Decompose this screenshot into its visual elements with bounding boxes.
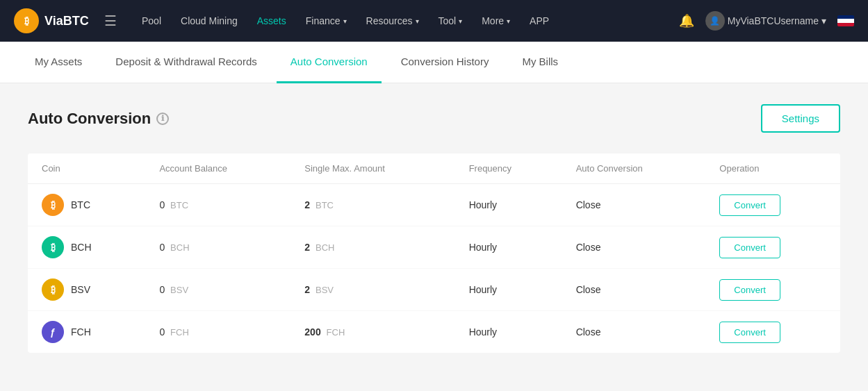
auto-conversion-cell: Close xyxy=(562,184,706,226)
language-flag-icon[interactable] xyxy=(837,15,854,26)
col-auto-conversion: Auto Conversion xyxy=(562,153,706,184)
max-amount-value: 200 xyxy=(304,326,320,338)
user-menu[interactable]: 👤 MyViaBTCUsername ▾ xyxy=(705,11,826,31)
navbar: ₿ ViaBTC ☰ Pool Cloud Mining Assets Fina… xyxy=(0,0,868,42)
nav-item-pool[interactable]: Pool xyxy=(133,10,170,32)
max-amount-value: 2 xyxy=(304,242,310,253)
auto-conversion-cell: Close xyxy=(562,311,706,353)
page-title: Auto Conversion ℹ xyxy=(28,110,169,128)
frequency-cell: Hourly xyxy=(455,311,562,353)
max-amount-unit: BTC xyxy=(316,200,334,210)
col-operation: Operation xyxy=(705,153,840,184)
col-frequency: Frequency xyxy=(455,153,562,184)
convert-button-fch[interactable]: Convert xyxy=(719,322,780,343)
balance-cell: 0 BSV xyxy=(145,269,290,311)
sub-nav-my-assets[interactable]: My Assets xyxy=(21,42,96,83)
frequency-cell: Hourly xyxy=(455,226,562,269)
nav-item-app[interactable]: APP xyxy=(521,10,557,32)
auto-conversion-cell: Close xyxy=(562,269,706,311)
coin-cell: ƒ FCH xyxy=(28,311,145,353)
sub-nav-my-bills[interactable]: My Bills xyxy=(508,42,572,83)
chevron-down-icon: ▾ xyxy=(821,15,826,26)
hamburger-icon[interactable]: ☰ xyxy=(104,13,117,29)
coin-cell: ₿ BTC xyxy=(28,184,145,226)
balance-unit: BTC xyxy=(170,200,188,210)
chevron-down-icon: ▾ xyxy=(507,17,510,25)
balance-amount: 0 xyxy=(159,284,165,295)
logo-text: ViaBTC xyxy=(44,14,89,28)
max-amount-cell: 2 BCH xyxy=(290,226,455,269)
table-header: Coin Account Balance Single Max. Amount … xyxy=(28,153,840,184)
sub-nav-auto-conversion[interactable]: Auto Conversion xyxy=(277,42,382,83)
balance-cell: 0 BCH xyxy=(145,226,290,269)
coin-icon-fch: ƒ xyxy=(42,321,64,343)
sub-nav-deposit-withdrawal[interactable]: Deposit & Withdrawal Records xyxy=(101,42,270,83)
coin-icon-bch: ₿ xyxy=(42,236,64,258)
max-amount-unit: BCH xyxy=(316,242,334,253)
max-amount-unit: BSV xyxy=(316,285,334,295)
nav-item-resources[interactable]: Resources ▾ xyxy=(358,10,427,32)
operation-cell: Convert xyxy=(705,184,840,226)
table-row: ₿ BTC 0 BTC 2 BTC Hourly Close Convert xyxy=(28,184,840,226)
max-amount-unit: FCH xyxy=(327,327,345,338)
col-single-max: Single Max. Amount xyxy=(290,153,455,184)
nav-item-tool[interactable]: Tool ▾ xyxy=(430,10,471,32)
nav-item-cloud-mining[interactable]: Cloud Mining xyxy=(172,10,246,32)
chevron-down-icon: ▾ xyxy=(459,17,462,25)
max-amount-cell: 2 BTC xyxy=(290,184,455,226)
max-amount-cell: 2 BSV xyxy=(290,269,455,311)
table-row: ₿ BCH 0 BCH 2 BCH Hourly Close Convert xyxy=(28,226,840,269)
table: Coin Account Balance Single Max. Amount … xyxy=(28,153,840,353)
page-content: Auto Conversion ℹ Settings Coin Account … xyxy=(0,83,868,391)
operation-cell: Convert xyxy=(705,269,840,311)
nav-item-assets[interactable]: Assets xyxy=(249,10,295,32)
convert-button-btc[interactable]: Convert xyxy=(719,194,780,216)
operation-cell: Convert xyxy=(705,226,840,269)
bell-icon[interactable]: 🔔 xyxy=(679,13,694,28)
logo-icon: ₿ xyxy=(14,8,39,33)
balance-unit: BCH xyxy=(170,242,189,253)
table-body: ₿ BTC 0 BTC 2 BTC Hourly Close Convert xyxy=(28,184,840,353)
frequency-cell: Hourly xyxy=(455,184,562,226)
coin-cell: ₿ BCH xyxy=(28,226,145,269)
auto-conversion-cell: Close xyxy=(562,226,706,269)
coin-label: FCH xyxy=(71,326,91,338)
coin-label: BTC xyxy=(71,199,90,210)
settings-button[interactable]: Settings xyxy=(761,104,840,133)
balance-amount: 0 xyxy=(159,326,165,338)
nav-item-finance[interactable]: Finance ▾ xyxy=(297,10,355,32)
coin-cell: ₿ BSV xyxy=(28,269,145,311)
conversion-table: Coin Account Balance Single Max. Amount … xyxy=(28,153,840,353)
nav-right: 🔔 👤 MyViaBTCUsername ▾ xyxy=(679,11,854,31)
balance-amount: 0 xyxy=(159,242,165,253)
chevron-down-icon: ▾ xyxy=(416,17,419,25)
table-row: ƒ FCH 0 FCH 200 FCH Hourly Close Convert xyxy=(28,311,840,353)
convert-button-bsv[interactable]: Convert xyxy=(719,279,780,301)
coin-icon-btc: ₿ xyxy=(42,194,64,216)
coin-label: BSV xyxy=(71,284,90,295)
max-amount-cell: 200 FCH xyxy=(290,311,455,353)
frequency-cell: Hourly xyxy=(455,269,562,311)
avatar: 👤 xyxy=(705,11,725,31)
balance-cell: 0 FCH xyxy=(145,311,290,353)
sub-nav: My Assets Deposit & Withdrawal Records A… xyxy=(0,42,868,83)
max-amount-value: 2 xyxy=(304,284,310,295)
operation-cell: Convert xyxy=(705,311,840,353)
logo[interactable]: ₿ ViaBTC xyxy=(14,8,90,33)
nav-item-more[interactable]: More ▾ xyxy=(473,10,518,32)
col-coin: Coin xyxy=(28,153,145,184)
balance-unit: FCH xyxy=(170,327,189,338)
username-label: MyViaBTCUsername xyxy=(728,15,819,26)
chevron-down-icon: ▾ xyxy=(343,17,347,25)
convert-button-bch[interactable]: Convert xyxy=(719,237,780,258)
balance-cell: 0 BTC xyxy=(145,184,290,226)
max-amount-value: 2 xyxy=(304,199,310,210)
table-row: ₿ BSV 0 BSV 2 BSV Hourly Close Convert xyxy=(28,269,840,311)
balance-amount: 0 xyxy=(159,199,165,210)
col-account-balance: Account Balance xyxy=(145,153,290,184)
sub-nav-conversion-history[interactable]: Conversion History xyxy=(387,42,503,83)
info-icon[interactable]: ℹ xyxy=(156,113,169,125)
coin-icon-bsv: ₿ xyxy=(42,278,64,301)
nav-links: Pool Cloud Mining Assets Finance ▾ Resou… xyxy=(133,10,665,32)
coin-label: BCH xyxy=(71,242,92,253)
